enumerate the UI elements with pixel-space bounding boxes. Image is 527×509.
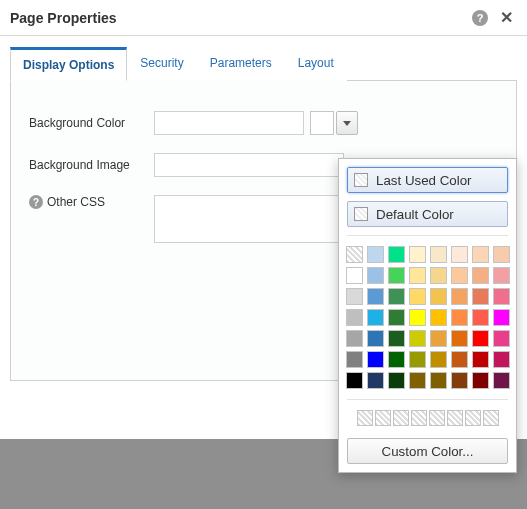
color-swatch[interactable]: [430, 246, 447, 263]
custom-color-button[interactable]: Custom Color...: [347, 438, 508, 464]
tab-parameters[interactable]: Parameters: [197, 47, 285, 81]
color-swatch[interactable]: [367, 372, 384, 389]
color-swatch[interactable]: [451, 246, 468, 263]
color-swatch[interactable]: [346, 288, 363, 305]
color-swatch[interactable]: [472, 372, 489, 389]
color-swatch[interactable]: [430, 330, 447, 347]
color-swatch[interactable]: [493, 288, 510, 305]
color-swatch[interactable]: [493, 246, 510, 263]
separator: [347, 399, 508, 400]
color-swatch[interactable]: [346, 267, 363, 284]
textarea-other-css[interactable]: [154, 195, 344, 243]
color-swatch[interactable]: [367, 351, 384, 368]
color-swatch[interactable]: [409, 330, 426, 347]
color-swatch[interactable]: [472, 309, 489, 326]
label-background-image: Background Image: [29, 158, 154, 172]
color-swatch[interactable]: [388, 351, 405, 368]
color-swatch[interactable]: [472, 267, 489, 284]
close-icon[interactable]: ✕: [496, 8, 517, 27]
color-swatch[interactable]: [388, 372, 405, 389]
recent-color-swatch[interactable]: [483, 410, 499, 426]
color-picker-popup: Last Used Color Default Color Custom Col…: [338, 158, 517, 473]
color-swatch[interactable]: [493, 351, 510, 368]
color-swatch[interactable]: [367, 288, 384, 305]
color-swatch[interactable]: [409, 309, 426, 326]
color-swatch[interactable]: [346, 246, 363, 263]
color-swatch[interactable]: [430, 372, 447, 389]
color-swatch[interactable]: [451, 267, 468, 284]
help-icon[interactable]: ?: [472, 10, 488, 26]
color-swatch[interactable]: [493, 309, 510, 326]
color-swatch[interactable]: [409, 372, 426, 389]
color-swatch[interactable]: [388, 267, 405, 284]
default-color-button[interactable]: Default Color: [347, 201, 508, 227]
color-swatch[interactable]: [409, 246, 426, 263]
color-swatch[interactable]: [472, 351, 489, 368]
input-background-image[interactable]: [154, 153, 344, 177]
dialog-title: Page Properties: [10, 10, 472, 26]
background-color-swatch: [310, 111, 334, 135]
color-swatch[interactable]: [451, 351, 468, 368]
separator: [347, 235, 508, 236]
color-swatch[interactable]: [388, 288, 405, 305]
dialog-titlebar: Page Properties ? ✕: [0, 0, 527, 36]
tab-layout[interactable]: Layout: [285, 47, 347, 81]
color-swatch[interactable]: [493, 267, 510, 284]
color-swatch[interactable]: [451, 330, 468, 347]
color-swatch[interactable]: [472, 288, 489, 305]
recent-color-swatch[interactable]: [357, 410, 373, 426]
recent-colors-row: [347, 410, 508, 426]
color-swatch[interactable]: [472, 246, 489, 263]
last-used-color-label: Last Used Color: [376, 173, 472, 188]
help-icon[interactable]: ?: [29, 195, 43, 209]
input-background-color[interactable]: [154, 111, 304, 135]
color-swatch[interactable]: [430, 288, 447, 305]
color-swatch[interactable]: [430, 267, 447, 284]
color-swatch[interactable]: [451, 372, 468, 389]
color-swatch[interactable]: [451, 309, 468, 326]
default-color-label: Default Color: [376, 207, 454, 222]
color-swatch[interactable]: [472, 330, 489, 347]
recent-color-swatch[interactable]: [465, 410, 481, 426]
color-swatch[interactable]: [409, 351, 426, 368]
recent-color-swatch[interactable]: [429, 410, 445, 426]
transparent-swatch-icon: [354, 173, 368, 187]
color-swatch[interactable]: [346, 309, 363, 326]
transparent-swatch-icon: [354, 207, 368, 221]
color-swatch[interactable]: [409, 267, 426, 284]
recent-color-swatch[interactable]: [393, 410, 409, 426]
color-swatch[interactable]: [409, 288, 426, 305]
color-swatch[interactable]: [388, 330, 405, 347]
recent-color-swatch[interactable]: [375, 410, 391, 426]
color-swatch[interactable]: [367, 309, 384, 326]
tab-security[interactable]: Security: [127, 47, 196, 81]
label-background-color: Background Color: [29, 116, 154, 130]
tab-display-options[interactable]: Display Options: [10, 47, 127, 81]
recent-color-swatch[interactable]: [411, 410, 427, 426]
color-swatch[interactable]: [430, 351, 447, 368]
color-swatch[interactable]: [388, 246, 405, 263]
color-swatch[interactable]: [346, 330, 363, 347]
color-swatch[interactable]: [388, 309, 405, 326]
color-swatch[interactable]: [430, 309, 447, 326]
label-other-css-text: Other CSS: [47, 195, 105, 209]
tab-bar: Display Options Security Parameters Layo…: [10, 46, 517, 81]
row-background-color: Background Color: [29, 111, 498, 135]
color-swatch-grid: [347, 246, 508, 389]
color-swatch[interactable]: [367, 330, 384, 347]
color-swatch[interactable]: [367, 267, 384, 284]
color-swatch[interactable]: [367, 246, 384, 263]
color-swatch[interactable]: [451, 288, 468, 305]
color-swatch[interactable]: [493, 372, 510, 389]
color-swatch[interactable]: [346, 351, 363, 368]
background-color-dropdown-button[interactable]: [336, 111, 358, 135]
label-other-css: ? Other CSS: [29, 195, 154, 209]
recent-color-swatch[interactable]: [447, 410, 463, 426]
color-swatch[interactable]: [493, 330, 510, 347]
chevron-down-icon: [343, 121, 351, 126]
color-swatch[interactable]: [346, 372, 363, 389]
last-used-color-button[interactable]: Last Used Color: [347, 167, 508, 193]
